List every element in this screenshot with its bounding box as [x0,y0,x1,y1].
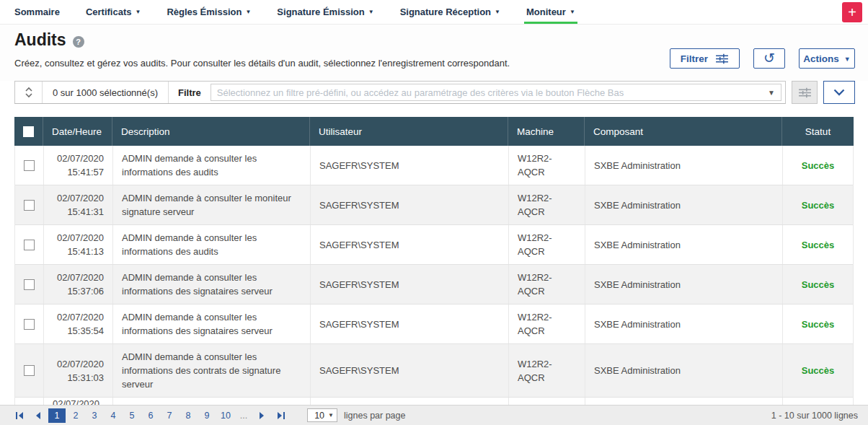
row-component: SXBE Administration [594,364,681,377]
row-component: SXBE Administration [594,198,681,212]
row-component: SXBE Administration [594,238,681,252]
page-number: 4 [111,411,116,421]
previous-page-button[interactable] [29,408,48,423]
table-row[interactable]: 02/07/2020 15:35:54 ADMIN demande à cons… [15,304,853,344]
row-status-badge: Succès [802,278,835,292]
row-component: SXBE Administration [594,317,681,331]
row-user: SAGEFR\SYSTEM [319,317,399,331]
chevron-down-icon: ▼ [328,412,334,419]
column-header-machine: Machine [508,117,585,146]
nav-item[interactable]: Certificats ▼ [86,0,141,25]
select-all-checkbox[interactable] [23,126,34,137]
page-button[interactable]: 1 [48,408,66,423]
row-component: SXBE Administration [594,159,681,172]
nav-item[interactable]: Signature Réception ▼ [400,0,500,25]
row-date: 02/07/2020 [57,310,104,324]
page-size-select[interactable]: 10 ▼ [307,408,337,422]
page-number: 7 [167,411,172,421]
refresh-button[interactable]: ↺ [753,48,785,69]
table-row[interactable]: 02/07/2020 15:41:57 ADMIN demande à cons… [15,146,853,185]
range-label: 1 - 10 sur 1000 lignes [771,411,858,421]
actions-button[interactable]: Actions ▼ [799,48,855,69]
row-component: SXBE Administration [594,278,681,292]
sliders-icon [798,87,812,98]
add-button[interactable]: + [842,2,862,22]
row-time: 15:41:13 [67,245,104,258]
nav-item[interactable]: Signature Émission ▼ [277,0,373,25]
column-header-component: Composant [585,117,782,146]
row-status-badge: Succès [802,238,835,252]
expand-filter-button[interactable] [823,81,855,104]
page-button[interactable]: 10 [217,408,234,423]
page-number: 2 [74,411,79,421]
page-button[interactable]: 4 [105,408,122,423]
nav-item[interactable]: Règles Émission ▼ [167,0,251,25]
chevron-down-icon: ▼ [570,9,575,15]
page-button[interactable]: 5 [123,408,141,423]
pagination-bar: 1 2 3 4 5 6 7 8 9 10 ... 10 ▼ lignes par… [0,405,868,425]
column-header-date: Date/Heure [43,117,112,146]
filter-bar: 0 sur 1000 sélectionné(s) Filtre ▼ [14,81,855,104]
nav-item-label: Moniteur [526,6,566,17]
page-size-label: lignes par page [344,411,405,421]
page-number: 8 [186,411,191,421]
table-row[interactable]: 02/07/2020 15:41:31 ADMIN demande à cons… [15,185,853,225]
row-checkbox[interactable] [24,365,35,376]
table-row[interactable]: 02/07/2020 15:31:03 ADMIN demande à cons… [15,344,853,398]
row-time: 15:37:06 [67,284,104,298]
row-status-badge: Succès [802,317,835,331]
row-checkbox[interactable] [24,240,35,250]
row-user: SAGEFR\SYSTEM [319,364,399,377]
row-description: ADMIN demande à consulter les informatio… [122,310,299,338]
row-user: SAGEFR\SYSTEM [319,278,399,292]
filter-input[interactable] [217,87,762,98]
row-user: SAGEFR\SYSTEM [319,198,399,212]
nav-item-label: Certificats [86,6,132,17]
row-time: 15:41:31 [67,205,104,219]
page-number: 6 [149,411,154,421]
row-date: 02/07/2020 [57,191,104,205]
row-time: 15:41:57 [67,165,104,179]
page-button[interactable]: 2 [67,408,84,423]
table-row-partial[interactable]: 02/07/2020 ADMIN a défini le [15,398,853,405]
page-button[interactable]: 8 [180,408,197,423]
page-button[interactable]: 9 [198,408,216,423]
filter-label: Filtre [169,87,211,98]
table-row[interactable]: 02/07/2020 15:37:06 ADMIN demande à cons… [15,265,853,304]
nav-item-label: Sommaire [14,6,60,17]
chevron-down-icon: ▼ [135,9,141,15]
first-page-button[interactable] [10,408,29,423]
up-down-chevrons-icon [25,87,33,98]
nav-item[interactable]: Sommaire ▼ [14,0,60,25]
row-checkbox[interactable] [24,319,35,330]
chevron-down-icon [833,89,845,96]
filter-button[interactable]: Filtrer [670,48,740,69]
row-date: 02/07/2020 [57,152,104,165]
page-buttons: 1 2 3 4 5 6 7 8 9 10 [48,408,235,423]
page-button[interactable]: 6 [142,408,159,423]
row-checkbox[interactable] [24,200,35,211]
filter-settings-button-disabled[interactable] [792,81,818,104]
table-row[interactable]: 02/07/2020 15:41:13 ADMIN demande à cons… [15,225,853,265]
row-date: 02/07/2020 [53,398,99,405]
page-header: Audits ? Créez, consultez et gérez vos a… [0,25,868,81]
row-checkbox[interactable] [24,160,35,171]
help-icon[interactable]: ? [73,36,84,48]
last-page-button[interactable] [271,408,290,423]
sort-toggle[interactable] [15,82,43,103]
page-button[interactable]: 7 [161,408,178,423]
nav-item[interactable]: Moniteur ▼ [526,0,575,25]
page-number: 10 [221,411,231,421]
page-button[interactable]: 3 [86,408,103,423]
row-status-badge: Succès [802,364,835,377]
row-user: SAGEFR\SYSTEM [319,238,399,252]
row-time: 15:31:03 [67,371,104,385]
row-user: SAGEFR\SYSTEM [319,159,399,172]
selection-count: 0 sur 1000 sélectionné(s) [43,82,169,103]
row-checkbox[interactable] [24,279,35,290]
page-number: 5 [130,411,135,421]
row-machine: W12R2-AQCR [518,357,576,385]
next-page-button[interactable] [252,408,271,423]
dropdown-caret-icon[interactable]: ▼ [768,89,775,97]
table-body: 02/07/2020 15:41:57 ADMIN demande à cons… [14,146,854,398]
